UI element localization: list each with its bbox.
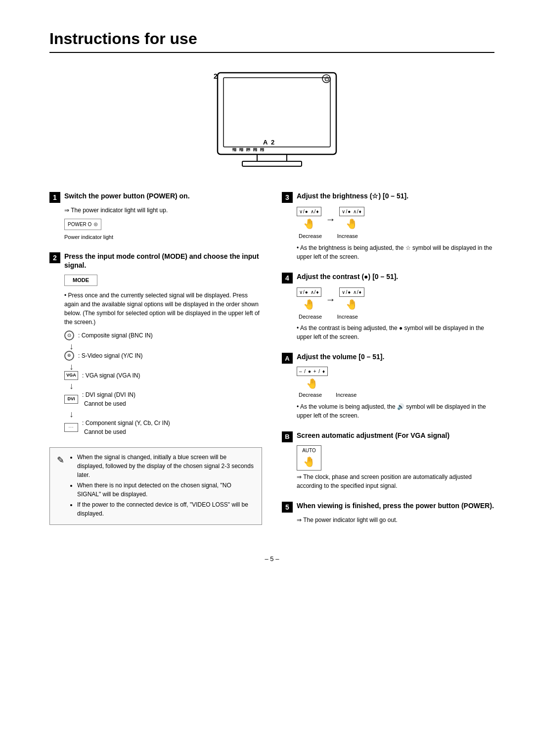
decrease-btn-contrast: ∨/● ∧/♦ 🤚 — [297, 287, 321, 312]
step-3-title: Adjust the brightness (☆) [0 – 51]. — [297, 191, 408, 200]
signal-item: DVI : DVI signal (DVI IN)Cannot be used — [64, 390, 262, 408]
step-3-bullet: • As the brightness is being adjusted, t… — [297, 243, 494, 261]
signal-label: : S-Video signal (Y/C IN) — [78, 351, 143, 360]
monitor-diagram: ⏻ 2 A 2 3 4 B 1 5 — [49, 68, 494, 177]
increase-label: Increase — [337, 232, 358, 240]
svg-text:2: 2 — [271, 139, 274, 146]
left-column: 1 Switch the power button (POWER) on. ⇒ … — [49, 191, 262, 535]
step-5-content: ⇒ The power indicator light will go out. — [297, 516, 494, 524]
arrow-icon: → — [325, 212, 335, 227]
arrow-icon: ⇒ — [297, 517, 303, 523]
step-3: 3 Adjust the brightness (☆) [0 – 51]. ∨/… — [282, 191, 494, 261]
step-3-number: 3 — [282, 192, 293, 203]
dec-inc-labels: Decrease Increase — [299, 313, 358, 321]
svg-text:A: A — [263, 139, 268, 146]
arrow-icon: → — [325, 292, 335, 307]
page-number: – 5 – — [49, 555, 494, 563]
volume-decrease-btn: – / ● + / ♦ 🤚 — [297, 367, 328, 391]
svg-text:2: 2 — [214, 72, 218, 80]
step-2-content: MODE • Press once and the currently sele… — [64, 273, 262, 436]
brightness-diagram: ∨/● ∧/♦ 🤚 → ∨/● ∧/♦ 🤚 — [297, 207, 494, 231]
auto-button-box: AUTO 🤚 — [297, 445, 321, 471]
step-a-bullet: • As the volume is being adjusted, the 🔊… — [297, 402, 494, 420]
mode-box: MODE — [64, 275, 97, 286]
step-2-number: 2 — [49, 252, 60, 263]
power-led-icon: ⊛ — [93, 220, 98, 229]
step-4-number: 4 — [282, 273, 293, 284]
signal-item: ⊙ : Composite signal (BNC IN) — [64, 331, 262, 340]
right-column: 3 Adjust the brightness (☆) [0 – 51]. ∨/… — [282, 191, 494, 535]
step-a-title: Adjust the volume [0 – 51]. — [297, 352, 384, 361]
svg-text:3: 3 — [232, 149, 234, 154]
hand-icon: 🤚 — [346, 297, 358, 312]
step-b-arrow: ⇒ The clock, phase and screen position a… — [297, 472, 494, 490]
step-3-content: ∨/● ∧/♦ 🤚 → ∨/● ∧/♦ 🤚 Decrease Increase … — [297, 207, 494, 261]
step-a-number: A — [282, 353, 293, 364]
power-label: POWER O — [68, 221, 91, 228]
power-indicator-box: POWER O ⊛ — [64, 219, 101, 230]
note-icon: ✎ — [57, 454, 64, 520]
decrease-label: Decrease — [299, 313, 322, 321]
auto-label: AUTO — [302, 447, 316, 454]
note-item: When the signal is changed, initially a … — [77, 453, 255, 479]
signal-label: : Component signal (Y, Cb, Cr IN)Cannot … — [82, 419, 170, 436]
dec-inc-labels: Decrease Increase — [299, 232, 358, 240]
step-4: 4 Adjust the contrast (●) [0 – 51]. ∨/● … — [282, 272, 494, 342]
step-b-content: AUTO 🤚 ⇒ The clock, phase and screen pos… — [297, 445, 494, 490]
step-5-number: 5 — [282, 502, 293, 513]
svg-rect-1 — [223, 78, 330, 147]
increase-label: Increase — [336, 391, 356, 399]
component-icon: ··· — [64, 423, 78, 432]
arrow-icon: ⇒ — [297, 473, 303, 480]
hand-icon: 🤚 — [346, 216, 358, 231]
step-b-title: Screen automatic adjustment (For VGA sig… — [297, 431, 449, 440]
step-4-title: Adjust the contrast (●) [0 – 51]. — [297, 272, 398, 281]
contrast-diagram: ∨/● ∧/♦ 🤚 → ∨/● ∧/♦ 🤚 — [297, 287, 494, 312]
signal-list: ⊙ : Composite signal (BNC IN) ↓ ⊚ : S-Vi… — [64, 331, 262, 436]
step-2-title: Press the input mode control (MODE) and … — [64, 252, 262, 270]
step-1-content: ⇒ The power indicator light will light u… — [64, 206, 262, 241]
step-1-title: Switch the power button (POWER) on. — [64, 191, 190, 200]
note-item: If the power to the connected device is … — [77, 500, 255, 518]
note-box: ✎ When the signal is changed, initially … — [49, 447, 262, 525]
signal-item: VGA : VGA signal (VGA IN) — [64, 371, 262, 380]
svg-rect-2 — [257, 154, 287, 161]
hand-icon: 🤚 — [306, 376, 318, 391]
signal-item: ⊚ : S-Video signal (Y/C IN) — [64, 351, 262, 361]
svg-text:5: 5 — [261, 149, 263, 154]
signal-item: ··· : Component signal (Y, Cb, Cr IN)Can… — [64, 419, 262, 436]
increase-keys: ∨/● ∧/♦ — [339, 207, 364, 216]
increase-btn-contrast: ∨/● ∧/♦ 🤚 — [339, 287, 364, 312]
vga-icon: VGA — [64, 371, 78, 380]
step-5-title: When viewing is finished, press the powe… — [297, 501, 494, 510]
volume-diagram: – / ● + / ♦ 🤚 — [297, 367, 494, 391]
step-5: 5 When viewing is finished, press the po… — [282, 501, 494, 524]
increase-btn-brightness: ∨/● ∧/♦ 🤚 — [339, 207, 364, 231]
vol-dec-inc: Decrease Increase — [299, 391, 494, 399]
step-1-arrow-text: The power indicator light will light up. — [71, 207, 168, 214]
auto-btn-diagram: AUTO 🤚 — [297, 445, 494, 471]
svg-rect-3 — [242, 161, 302, 166]
bullet-dot: • — [64, 292, 68, 299]
hand-icon: 🤚 — [303, 297, 315, 312]
svg-text:⏻: ⏻ — [324, 76, 329, 82]
step-a-content: – / ● + / ♦ 🤚 Decrease Increase • As the… — [297, 367, 494, 420]
decrease-label: Decrease — [299, 232, 322, 240]
svg-text:1: 1 — [254, 149, 256, 154]
decrease-keys: ∨/● ∧/♦ — [297, 287, 321, 297]
svg-rect-0 — [218, 73, 336, 154]
step-5-arrow-text: ⇒ The power indicator light will go out. — [297, 516, 494, 524]
svideo-icon: ⊚ — [64, 351, 74, 361]
power-indicator-caption: Power indicator light — [64, 233, 262, 241]
step-4-content: ∨/● ∧/♦ 🤚 → ∨/● ∧/♦ 🤚 Decrease Increase … — [297, 287, 494, 342]
dvi-icon: DVI — [64, 395, 78, 404]
svg-text:B: B — [247, 149, 251, 154]
step-2: 2 Press the input mode control (MODE) an… — [49, 252, 262, 436]
hand-icon: 🤚 — [303, 454, 315, 469]
hand-icon: 🤚 — [303, 216, 315, 231]
increase-label: Increase — [337, 313, 358, 321]
step-a: A Adjust the volume [0 – 51]. – / ● + / … — [282, 352, 494, 420]
step-1: 1 Switch the power button (POWER) on. ⇒ … — [49, 191, 262, 241]
note-text: When the signal is changed, initially a … — [69, 453, 255, 520]
step-4-bullet: • As the contrast is being adjusted, the… — [297, 324, 494, 341]
